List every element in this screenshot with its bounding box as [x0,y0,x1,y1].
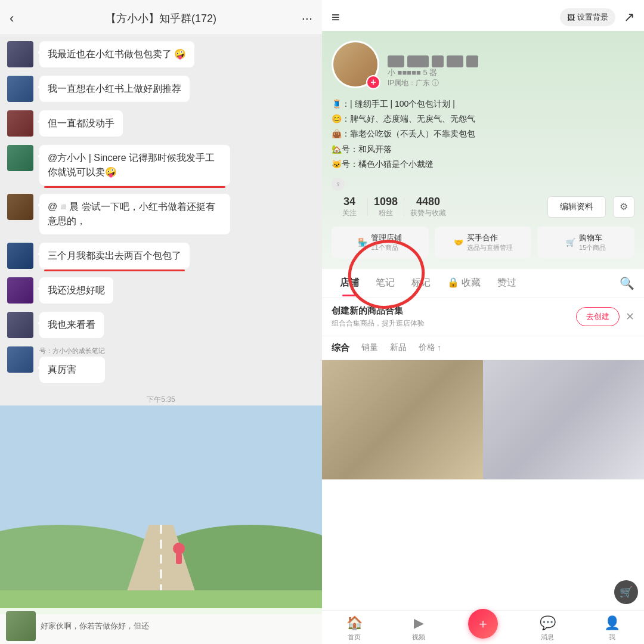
blur-block [388,55,404,67]
message-bubble: @方小小 | Sincere 记得那时候我发手工你就说可以卖🤪 [39,145,230,185]
nav-me-label: 我 [609,633,615,642]
collection-title: 创建新的商品合集 [332,305,425,317]
blur-block [432,55,444,67]
menu-button[interactable]: ≡ [332,9,340,26]
product-image-left [322,360,483,479]
cart-icon: 🛒 [566,238,575,247]
product-card-left[interactable] [322,360,483,610]
collection-text: 创建新的商品合集 组合合集商品，提升逛店体验 [332,305,425,329]
stat-followers[interactable]: 34 关注 [332,196,367,218]
stat-likes[interactable]: 4480 获赞与收藏 [404,196,452,218]
shopping-cart-button[interactable]: 🛒 购物车 15个商品 [537,227,634,258]
product-card-right[interactable]: 🛒 [483,360,644,610]
nav-me[interactable]: 👤 我 [580,615,644,642]
chat-panel: ‹ 【方小小】知乎群(172) ··· 我最近也在小红书做包包卖了 🤪 [0,0,322,644]
chat-message: 我也来看看 [7,312,315,338]
blur-block [407,55,429,67]
collection-subtitle: 组合合集商品，提升逛店体验 [332,318,425,329]
cart-quick-add[interactable]: 🛒 [614,580,638,604]
xhs-header: ≡ 🖼 设置背景 ↗ [322,0,644,31]
profile-hero: + 小 ■■■■■ 5 器 IP属地：广东 ⓘ [322,31,644,269]
nav-create[interactable]: ＋ [451,615,515,642]
chat-title: 【方小小】知乎群(172) [106,13,216,24]
create-collection-button[interactable]: 去创建 [576,307,620,326]
sender-label: 号：方小小的成长笔记 [39,346,105,355]
avatar [7,194,33,220]
avatar [7,243,33,269]
action-buttons-row: 🏪 管理店铺 11个商品 🤝 买手合作 选品与直播管理 🛒 购物车 15个商品 [332,227,634,258]
tab-mark[interactable]: 标记 [403,270,439,296]
header-actions: 🖼 设置背景 ↗ [560,8,634,26]
share-button[interactable]: ↗ [624,10,634,25]
avatar [7,277,33,304]
blurred-username [388,55,634,67]
nav-video-label: 视频 [412,633,425,642]
sort-comprehensive[interactable]: 综合 [332,342,349,354]
sort-tabs: 综合 销量 新品 价格 ↑ [322,336,644,360]
more-button[interactable]: ··· [295,11,312,26]
nav-messages[interactable]: 💬 消息 [515,615,580,642]
chat-messages-area: 我最近也在小红书做包包卖了 🤪 我一直想在小红书上做好剧推荐 但一直都没动手 @… [0,35,322,644]
message-bubble: 我最近也在小红书做包包卖了 🤪 [39,41,194,67]
image-icon: 🖼 [567,13,575,22]
avatar [7,145,33,171]
ip-location: IP属地：广东 ⓘ [388,78,634,88]
create-icon: ＋ [468,609,498,639]
partner-sub: 选品与直播管理 [467,243,513,252]
collection-banner: 创建新的商品合集 组合合集商品，提升逛店体验 去创建 ✕ [322,298,644,336]
avatar [7,41,33,67]
sort-new[interactable]: 新品 [390,342,407,353]
tab-store[interactable]: 店铺 [332,270,367,296]
home-icon: 🏠 [346,615,363,631]
svg-rect-7 [176,553,182,564]
bio-line: 🏡号：和风开落 [332,142,634,157]
chat-message: 我还没想好呢 [7,277,315,304]
collection-actions: 去创建 ✕ [576,307,634,326]
settings-button[interactable]: ⚙ [613,196,634,218]
message-bubble: @◽晨 尝试一下吧，小红书做着还挺有意思的， [39,194,230,234]
nav-video[interactable]: ▶ 视频 [386,615,451,642]
bottom-navigation: 🏠 首页 ▶ 视频 ＋ 💬 消息 👤 我 [322,610,644,644]
stat-fans[interactable]: 1098 粉丝 [368,196,404,218]
tab-notes[interactable]: 笔记 [367,270,403,296]
back-button[interactable]: ‹ [10,11,27,26]
nav-messages-label: 消息 [541,633,554,642]
store-count: 11个商品 [371,243,402,252]
close-banner-button[interactable]: ✕ [626,310,634,323]
tab-collect[interactable]: 🔒 收藏 [439,270,489,296]
chat-message: 号：方小小的成长笔记 真厉害 [7,346,315,383]
preview-text: 好家伙啊，你若苦做你好，但还 [41,621,149,631]
tab-liked[interactable]: 赞过 [489,270,525,296]
bottom-preview-bar[interactable]: 好家伙啊，你若苦做你好，但还 [0,608,322,644]
profile-tabs: 店铺 笔记 标记 🔒 收藏 赞过 🔍 [322,269,644,298]
chat-message: @方小小 | Sincere 记得那时候我发手工你就说可以卖🤪 [7,145,315,185]
sort-sales[interactable]: 销量 [361,342,378,353]
lock-icon: 🔒 [447,277,459,287]
message-bubble: 真厉害 [39,357,105,383]
video-icon: ▶ [414,615,424,631]
nav-home-label: 首页 [348,633,361,642]
manage-store-label: 管理店铺 [371,233,402,243]
follow-button[interactable]: + [366,75,380,89]
message-bubble: 三个月我都卖出去两百个包包了 [39,243,190,269]
sort-arrow: ↑ [437,343,441,352]
sort-price[interactable]: 价格 ↑ [419,342,441,353]
profile-sub-info: 小 ■■■■■ 5 器 [388,67,634,78]
manage-store-button[interactable]: 🏪 管理店铺 11个商品 [332,227,429,258]
preview-thumbnail [6,611,36,641]
set-background-button[interactable]: 🖼 设置背景 [560,8,615,26]
buyer-partner-button[interactable]: 🤝 买手合作 选品与直播管理 [435,227,532,258]
message-bubble: 我还没想好呢 [39,277,113,304]
avatar [7,312,33,338]
edit-profile-button[interactable]: 编辑资料 [547,196,606,218]
blur-block [466,55,478,67]
avatar [7,110,33,137]
cart-count: 15个商品 [579,243,606,252]
partner-icon: 🤝 [454,238,463,247]
chat-message: 我一直想在小红书上做好剧推荐 [7,76,315,102]
avatar [7,346,33,373]
timestamp: 下午5:35 [7,395,315,405]
nav-home[interactable]: 🏠 首页 [322,615,386,642]
profile-name-area: 小 ■■■■■ 5 器 IP属地：广东 ⓘ [388,55,634,88]
search-tab-button[interactable]: 🔍 [620,269,634,298]
